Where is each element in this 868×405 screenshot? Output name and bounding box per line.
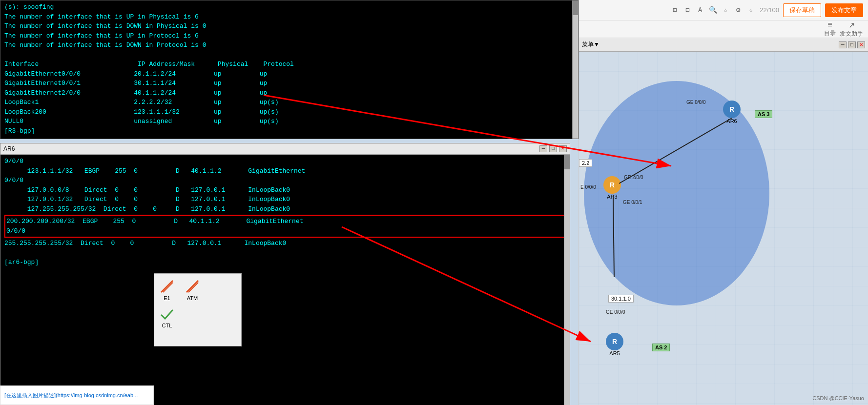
ar6-highlighted-section: 200.200.200.200/32 EBGP 255 0 D 40.1.1.2… xyxy=(4,215,566,238)
scrollbar-thumb[interactable] xyxy=(573,0,578,15)
titlebar-controls: ─ □ ✕ xyxy=(539,145,567,152)
ar6-line-6: 127.255.255.255/32 Direct 0 0 D 127.0.0.… xyxy=(4,204,566,214)
terminal-line-13: NULL0 unassigned up up(s) xyxy=(4,117,574,126)
ar6-line-4: 127.0.0.0/8 Direct 0 0 D 127.0.0.1 InLoo… xyxy=(4,185,566,195)
icon-star[interactable]: ☆ xyxy=(721,5,730,15)
restore-btn[interactable]: □ xyxy=(549,145,557,152)
toc-button[interactable]: ≡ 目录 xyxy=(824,20,836,38)
ar6-line-1: 0/0/0 xyxy=(4,157,566,166)
ar6-line-9: 255.255.255.255/32 Direct 0 0 D 127.0.0.… xyxy=(4,239,566,248)
ensp-window-controls: ─ □ ✕ xyxy=(839,41,865,48)
send-helper-button[interactable]: ↗ 发文助手 xyxy=(840,20,863,38)
terminal-bottom-content: 0/0/0 123.1.1.1/32 EBGP 255 0 D 40.1.1.2… xyxy=(0,155,570,405)
editor-second-toolbar: ≡ 目录 ↗ 发文助手 xyxy=(579,20,868,38)
csdn-watermark: CSDN @CCIE-Yasuo xyxy=(812,395,864,401)
terminal-top-scrollbar[interactable] xyxy=(572,0,578,139)
ge-001-label: GE 0/0/1 xyxy=(623,200,642,205)
terminal-line-6 xyxy=(4,50,574,60)
ar6-line-3: 0/0/0 xyxy=(4,176,566,185)
svg-line-4 xyxy=(163,283,173,292)
terminal-line-7: Interface IP Address/Mask Physical Proto… xyxy=(4,60,574,69)
toolbar-icons: ⊞ ⊟ A 🔍 ☆ ⚙ ☆ xyxy=(670,5,756,15)
ar3-icon: R xyxy=(603,176,621,194)
ar6-node-label: AR6 xyxy=(726,118,737,124)
terminal-line-11: LoopBack1 2.2.2.2/32 up up(s) xyxy=(4,98,574,107)
dot2-label: 2.2 xyxy=(579,159,592,167)
icon-grid[interactable]: ⊞ xyxy=(670,5,680,15)
ge-000-bottom-label: GE 0/0/0 xyxy=(606,309,625,315)
ar6-prompt: [ar6-bgp] xyxy=(4,258,566,267)
svg-line-3 xyxy=(161,281,173,292)
image-placeholder-text: [在这里插入图片描述](https://img-blog.csdnimg.cn/… xyxy=(4,392,138,399)
ar6-line-2: 123.1.1.1/32 EBGP 255 0 D 40.1.1.2 Gigab… xyxy=(4,166,566,176)
icon-search[interactable]: 🔍 xyxy=(708,5,718,15)
ensp-menubar: 菜单▼ ─ □ ✕ xyxy=(579,38,868,52)
image-placeholder: [在这里插入图片描述](https://img-blog.csdnimg.cn/… xyxy=(0,385,154,405)
ar6-node[interactable]: R AR6 xyxy=(723,101,741,124)
network-canvas: AS 3 R AR6 GE 0/0/0 2.2 R AR3 GE 2/0/0 E… xyxy=(579,52,868,405)
ar5-node[interactable]: R AR5 xyxy=(606,333,623,356)
net-30110-label: 30.1.1.0 xyxy=(608,295,634,303)
terminal-line-9: GigabitEthernet0/0/1 30.1.1.1/24 up up xyxy=(4,79,574,88)
editor-panel: ⊞ ⊟ A 🔍 ☆ ⚙ ☆ 22/100 保存草稿 发布文章 ≡ 目录 ↗ 发文… xyxy=(579,0,868,405)
send-label: 发文助手 xyxy=(840,30,863,38)
bottom-scrollbar-thumb[interactable] xyxy=(564,155,570,169)
terminal-line-2: The number of interface that is UP in Ph… xyxy=(4,12,574,22)
ctl-icon xyxy=(158,305,176,323)
ensp-minimize[interactable]: ─ xyxy=(839,41,847,48)
ensp-restore[interactable]: □ xyxy=(848,41,856,48)
ar3-node[interactable]: R AR3 xyxy=(603,176,621,200)
ar6-line-5: 127.0.0.1/32 Direct 0 0 D 127.0.0.1 InLo… xyxy=(4,195,566,204)
ar5-icon: R xyxy=(606,333,623,350)
ar6-line-10 xyxy=(4,248,566,258)
ensp-close[interactable]: ✕ xyxy=(857,41,865,48)
terminal-line-4: The number of interface that is UP in Pr… xyxy=(4,31,574,41)
icon-bookmark[interactable]: ☆ xyxy=(746,5,756,15)
editor-toolbar: ⊞ ⊟ A 🔍 ☆ ⚙ ☆ 22/100 保存草稿 发布文章 xyxy=(579,0,868,20)
ar6-icon: R xyxy=(723,101,741,118)
as3-label: AS 3 xyxy=(755,110,772,118)
e-000-label: E 0/0/0 xyxy=(580,184,596,190)
save-draft-button[interactable]: 保存草稿 xyxy=(783,3,821,17)
publish-button[interactable]: 发布文章 xyxy=(825,3,863,17)
e1-icon xyxy=(158,278,176,295)
device-tool-panel: E1 ATM CTL xyxy=(154,273,242,346)
device-tool-row-2: CTL xyxy=(158,305,237,328)
word-count: 22/100 xyxy=(760,6,779,14)
csdn-text: CSDN @CCIE-Yasuo xyxy=(812,395,864,401)
svg-line-6 xyxy=(188,283,198,292)
ctl-label: CTL xyxy=(162,323,172,328)
terminal-line-1: (s): spoofing xyxy=(4,2,574,12)
terminal-bottom-scrollbar[interactable] xyxy=(564,155,570,405)
icon-settings[interactable]: ⚙ xyxy=(733,5,743,15)
toc-label: 目录 xyxy=(824,29,836,38)
ctl-tool[interactable]: CTL xyxy=(158,305,176,328)
e1-tool[interactable]: E1 xyxy=(158,278,176,301)
terminal-top: (s): spoofing The number of interface th… xyxy=(0,0,579,139)
icon-table[interactable]: ⊟ xyxy=(682,5,692,15)
highlight-box: 200.200.200.200/32 EBGP 255 0 D 40.1.1.2… xyxy=(4,215,566,238)
terminal-top-content: (s): spoofing The number of interface th… xyxy=(0,0,578,138)
atm-label: ATM xyxy=(187,295,198,301)
terminal-line-10: GigabitEthernet2/0/0 40.1.1.2/24 up up xyxy=(4,88,574,98)
terminal-line-5: The number of interface that is DOWN in … xyxy=(4,40,574,50)
terminal-line-14: [R3-bgp] xyxy=(4,126,574,136)
terminal-bottom: AR6 ─ □ ✕ 0/0/0 123.1.1.1/32 EBGP 255 0 … xyxy=(0,143,570,405)
ar6-line-8: 0/0/0 xyxy=(6,226,564,236)
as2-label: AS 2 xyxy=(652,344,670,351)
terminal-line-8: GigabitEthernet0/0/0 20.1.1.2/24 up up xyxy=(4,69,574,79)
ar3-node-label: AR3 xyxy=(607,194,617,200)
ensp-menu-item[interactable]: 菜单▼ xyxy=(582,40,599,49)
terminal-line-12: LoopBack200 123.1.1.1/32 up up(s) xyxy=(4,107,574,117)
minimize-btn[interactable]: ─ xyxy=(539,145,547,152)
ge-200-label: GE 2/0/0 xyxy=(624,175,643,180)
close-btn[interactable]: ✕ xyxy=(559,145,567,152)
e1-label: E1 xyxy=(164,295,170,301)
icon-font-size[interactable]: A xyxy=(695,5,705,15)
svg-line-5 xyxy=(186,281,198,292)
terminal-titlebar: AR6 ─ □ ✕ xyxy=(0,143,570,155)
toc-icon: ≡ xyxy=(827,20,832,29)
terminal-line-3: The number of interface that is DOWN in … xyxy=(4,21,574,31)
atm-tool[interactable]: ATM xyxy=(184,278,201,301)
atm-icon xyxy=(184,278,201,295)
